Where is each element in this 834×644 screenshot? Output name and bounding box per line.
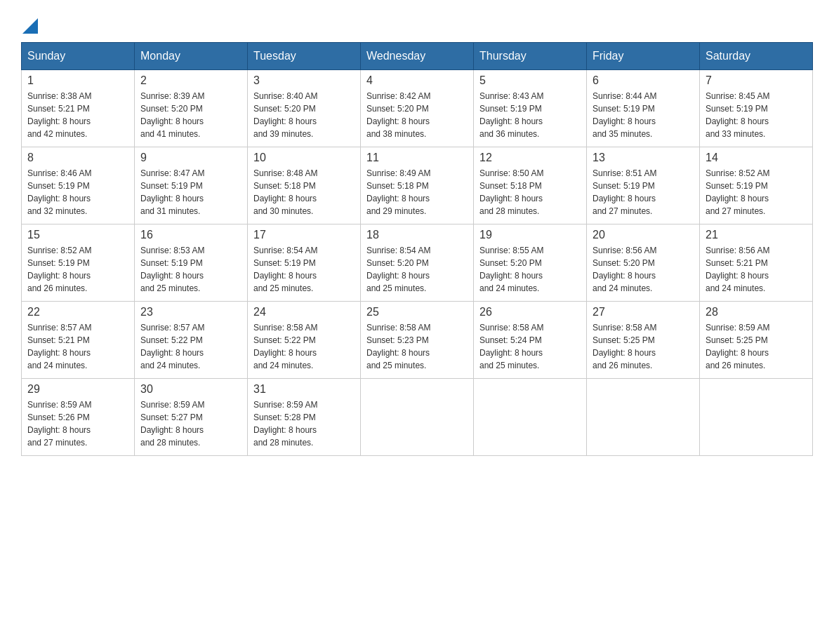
day-info: Sunrise: 8:40 AM Sunset: 5:20 PM Dayligh…	[253, 90, 355, 140]
day-number: 4	[366, 74, 468, 87]
calendar-day-cell: 15 Sunrise: 8:52 AM Sunset: 5:19 PM Dayl…	[22, 224, 135, 302]
day-info: Sunrise: 8:54 AM Sunset: 5:19 PM Dayligh…	[253, 244, 355, 295]
calendar-day-cell: 10 Sunrise: 8:48 AM Sunset: 5:18 PM Dayl…	[248, 147, 361, 224]
calendar-day-cell	[700, 379, 813, 456]
day-info: Sunrise: 8:59 AM Sunset: 5:27 PM Dayligh…	[140, 398, 241, 449]
svg-marker-0	[22, 18, 38, 34]
day-info: Sunrise: 8:46 AM Sunset: 5:19 PM Dayligh…	[27, 167, 128, 217]
day-info: Sunrise: 8:58 AM Sunset: 5:22 PM Dayligh…	[253, 321, 355, 372]
calendar-day-cell: 4 Sunrise: 8:42 AM Sunset: 5:20 PM Dayli…	[361, 70, 474, 147]
calendar-week-row: 1 Sunrise: 8:38 AM Sunset: 5:21 PM Dayli…	[22, 70, 813, 147]
day-info: Sunrise: 8:39 AM Sunset: 5:20 PM Dayligh…	[140, 90, 241, 140]
weekday-header: Friday	[587, 43, 700, 70]
calendar-day-cell: 31 Sunrise: 8:59 AM Sunset: 5:28 PM Dayl…	[248, 379, 361, 456]
day-number: 16	[140, 229, 241, 241]
calendar-header-row: SundayMondayTuesdayWednesdayThursdayFrid…	[22, 43, 813, 70]
day-number: 25	[366, 306, 468, 318]
day-number: 24	[253, 306, 355, 318]
day-number: 22	[27, 306, 128, 318]
day-number: 17	[253, 229, 355, 241]
day-info: Sunrise: 8:57 AM Sunset: 5:22 PM Dayligh…	[140, 321, 241, 372]
day-info: Sunrise: 8:49 AM Sunset: 5:18 PM Dayligh…	[366, 167, 468, 217]
calendar-day-cell: 12 Sunrise: 8:50 AM Sunset: 5:18 PM Dayl…	[474, 147, 587, 224]
day-number: 20	[593, 229, 694, 241]
calendar-day-cell: 23 Sunrise: 8:57 AM Sunset: 5:22 PM Dayl…	[135, 302, 248, 379]
calendar-day-cell: 21 Sunrise: 8:56 AM Sunset: 5:21 PM Dayl…	[700, 224, 813, 302]
page-header	[21, 14, 813, 28]
calendar-day-cell: 28 Sunrise: 8:59 AM Sunset: 5:25 PM Dayl…	[700, 302, 813, 379]
day-info: Sunrise: 8:47 AM Sunset: 5:19 PM Dayligh…	[140, 167, 241, 217]
day-info: Sunrise: 8:50 AM Sunset: 5:18 PM Dayligh…	[479, 167, 581, 217]
calendar-day-cell: 3 Sunrise: 8:40 AM Sunset: 5:20 PM Dayli…	[248, 70, 361, 147]
day-number: 28	[706, 306, 807, 318]
weekday-header: Saturday	[700, 43, 813, 70]
logo	[21, 14, 38, 28]
day-info: Sunrise: 8:57 AM Sunset: 5:21 PM Dayligh…	[27, 321, 128, 372]
calendar-week-row: 15 Sunrise: 8:52 AM Sunset: 5:19 PM Dayl…	[22, 224, 813, 302]
calendar-day-cell: 27 Sunrise: 8:58 AM Sunset: 5:25 PM Dayl…	[587, 302, 700, 379]
day-info: Sunrise: 8:44 AM Sunset: 5:19 PM Dayligh…	[593, 90, 694, 140]
calendar-table: SundayMondayTuesdayWednesdayThursdayFrid…	[21, 42, 813, 456]
day-number: 19	[479, 229, 581, 241]
calendar-day-cell: 6 Sunrise: 8:44 AM Sunset: 5:19 PM Dayli…	[587, 70, 700, 147]
calendar-day-cell: 8 Sunrise: 8:46 AM Sunset: 5:19 PM Dayli…	[22, 147, 135, 224]
calendar-day-cell: 2 Sunrise: 8:39 AM Sunset: 5:20 PM Dayli…	[135, 70, 248, 147]
day-number: 18	[366, 229, 468, 241]
day-number: 8	[27, 152, 128, 164]
day-number: 13	[593, 152, 694, 164]
weekday-header: Sunday	[22, 43, 135, 70]
day-info: Sunrise: 8:38 AM Sunset: 5:21 PM Dayligh…	[27, 90, 128, 140]
day-info: Sunrise: 8:56 AM Sunset: 5:21 PM Dayligh…	[706, 244, 807, 295]
calendar-day-cell: 26 Sunrise: 8:58 AM Sunset: 5:24 PM Dayl…	[474, 302, 587, 379]
calendar-day-cell: 7 Sunrise: 8:45 AM Sunset: 5:19 PM Dayli…	[700, 70, 813, 147]
calendar-day-cell: 22 Sunrise: 8:57 AM Sunset: 5:21 PM Dayl…	[22, 302, 135, 379]
calendar-day-cell: 25 Sunrise: 8:58 AM Sunset: 5:23 PM Dayl…	[361, 302, 474, 379]
day-info: Sunrise: 8:58 AM Sunset: 5:25 PM Dayligh…	[593, 321, 694, 372]
day-info: Sunrise: 8:59 AM Sunset: 5:25 PM Dayligh…	[706, 321, 807, 372]
calendar-day-cell: 1 Sunrise: 8:38 AM Sunset: 5:21 PM Dayli…	[22, 70, 135, 147]
calendar-day-cell	[361, 379, 474, 456]
day-number: 3	[253, 74, 355, 87]
calendar-day-cell: 24 Sunrise: 8:58 AM Sunset: 5:22 PM Dayl…	[248, 302, 361, 379]
day-info: Sunrise: 8:58 AM Sunset: 5:23 PM Dayligh…	[366, 321, 468, 372]
day-info: Sunrise: 8:43 AM Sunset: 5:19 PM Dayligh…	[479, 90, 581, 140]
calendar-day-cell: 16 Sunrise: 8:53 AM Sunset: 5:19 PM Dayl…	[135, 224, 248, 302]
calendar-day-cell: 20 Sunrise: 8:56 AM Sunset: 5:20 PM Dayl…	[587, 224, 700, 302]
day-info: Sunrise: 8:45 AM Sunset: 5:19 PM Dayligh…	[706, 90, 807, 140]
day-info: Sunrise: 8:59 AM Sunset: 5:28 PM Dayligh…	[253, 398, 355, 449]
weekday-header: Wednesday	[361, 43, 474, 70]
day-number: 30	[140, 383, 241, 396]
calendar-day-cell: 5 Sunrise: 8:43 AM Sunset: 5:19 PM Dayli…	[474, 70, 587, 147]
day-number: 14	[706, 152, 807, 164]
day-info: Sunrise: 8:52 AM Sunset: 5:19 PM Dayligh…	[706, 167, 807, 217]
day-info: Sunrise: 8:48 AM Sunset: 5:18 PM Dayligh…	[253, 167, 355, 217]
day-info: Sunrise: 8:59 AM Sunset: 5:26 PM Dayligh…	[27, 398, 128, 449]
day-number: 15	[27, 229, 128, 241]
day-number: 26	[479, 306, 581, 318]
calendar-week-row: 29 Sunrise: 8:59 AM Sunset: 5:26 PM Dayl…	[22, 379, 813, 456]
day-number: 11	[366, 152, 468, 164]
day-number: 1	[27, 74, 128, 87]
calendar-day-cell: 13 Sunrise: 8:51 AM Sunset: 5:19 PM Dayl…	[587, 147, 700, 224]
day-number: 5	[479, 74, 581, 87]
day-info: Sunrise: 8:42 AM Sunset: 5:20 PM Dayligh…	[366, 90, 468, 140]
day-number: 29	[27, 383, 128, 396]
calendar-week-row: 22 Sunrise: 8:57 AM Sunset: 5:21 PM Dayl…	[22, 302, 813, 379]
calendar-day-cell: 14 Sunrise: 8:52 AM Sunset: 5:19 PM Dayl…	[700, 147, 813, 224]
day-info: Sunrise: 8:58 AM Sunset: 5:24 PM Dayligh…	[479, 321, 581, 372]
day-number: 27	[593, 306, 694, 318]
calendar-day-cell: 19 Sunrise: 8:55 AM Sunset: 5:20 PM Dayl…	[474, 224, 587, 302]
day-info: Sunrise: 8:53 AM Sunset: 5:19 PM Dayligh…	[140, 244, 241, 295]
calendar-day-cell: 30 Sunrise: 8:59 AM Sunset: 5:27 PM Dayl…	[135, 379, 248, 456]
calendar-day-cell: 29 Sunrise: 8:59 AM Sunset: 5:26 PM Dayl…	[22, 379, 135, 456]
day-info: Sunrise: 8:51 AM Sunset: 5:19 PM Dayligh…	[593, 167, 694, 217]
day-number: 12	[479, 152, 581, 164]
weekday-header: Monday	[135, 43, 248, 70]
day-info: Sunrise: 8:52 AM Sunset: 5:19 PM Dayligh…	[27, 244, 128, 295]
logo-triangle-icon	[22, 14, 38, 34]
calendar-day-cell	[587, 379, 700, 456]
calendar-day-cell: 17 Sunrise: 8:54 AM Sunset: 5:19 PM Dayl…	[248, 224, 361, 302]
calendar-day-cell: 11 Sunrise: 8:49 AM Sunset: 5:18 PM Dayl…	[361, 147, 474, 224]
day-number: 9	[140, 152, 241, 164]
day-number: 10	[253, 152, 355, 164]
